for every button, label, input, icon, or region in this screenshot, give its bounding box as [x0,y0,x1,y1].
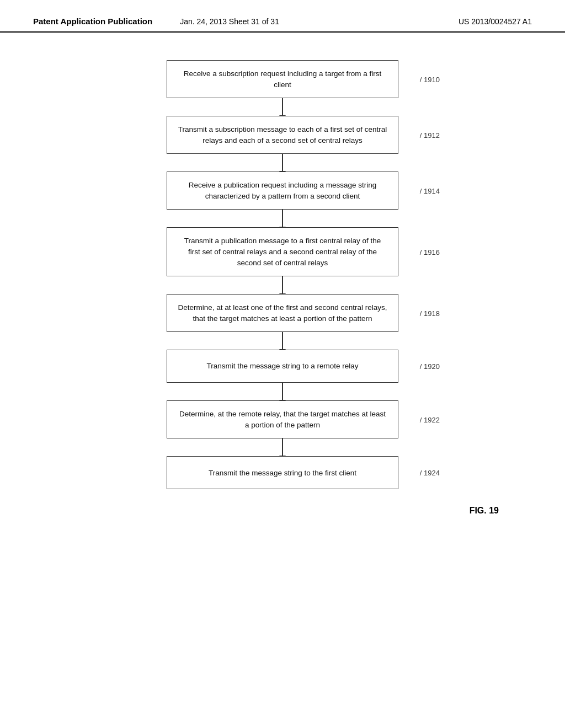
flow-step-1916: Transmit a publication message to a firs… [167,227,398,276]
step-box-1922: Determine, at the remote relay, that the… [167,400,398,438]
arrow-1912 [282,154,283,172]
step-label-1912: / 1912 [420,131,440,139]
step-box-1920: Transmit the message string to a remote … [167,350,398,383]
arrow-1914 [282,210,283,227]
arrow-1916 [282,276,283,294]
step-label-1918: / 1918 [420,309,440,317]
patent-number-label: US 2013/0024527 A1 [459,17,532,26]
step-box-1916: Transmit a publication message to a firs… [167,227,398,276]
step-label-1920: / 1920 [420,362,440,371]
page-header: Patent Application Publication Jan. 24, … [0,0,565,33]
step-box-1914: Receive a publication request including … [167,172,398,210]
publication-label: Patent Application Publication [33,17,152,26]
step-box-1918: Determine, at at least one of the first … [167,294,398,332]
flow-step-1914: Receive a publication request including … [167,172,398,210]
flow-step-1920: Transmit the message string to a remote … [167,350,398,383]
step-label-1922: / 1922 [420,415,440,424]
flow-step-1910: Receive a subscription request including… [167,60,398,98]
flow-step-1922: Determine, at the remote relay, that the… [167,400,398,438]
step-box-1910: Receive a subscription request including… [167,60,398,98]
diagram-area: Receive a subscription request including… [0,33,565,538]
arrow-1918 [282,332,283,350]
step-label-1910: / 1910 [420,75,440,83]
flow-step-1912: Transmit a subscription message to each … [167,116,398,154]
figure-label: FIG. 19 [470,506,499,516]
flow-chart: Receive a subscription request including… [167,60,398,489]
arrow-1910 [282,98,283,116]
date-sheet-label: Jan. 24, 2013 Sheet 31 of 31 [180,17,279,26]
arrow-1922 [282,438,283,456]
arrow-1920 [282,383,283,400]
flow-step-1918: Determine, at at least one of the first … [167,294,398,332]
page: Patent Application Publication Jan. 24, … [0,0,565,728]
step-box-1912: Transmit a subscription message to each … [167,116,398,154]
step-box-1924: Transmit the message string to the first… [167,456,398,489]
step-label-1916: / 1916 [420,248,440,256]
step-label-1924: / 1924 [420,469,440,477]
flow-step-1924: Transmit the message string to the first… [167,456,398,489]
step-label-1914: / 1914 [420,186,440,195]
